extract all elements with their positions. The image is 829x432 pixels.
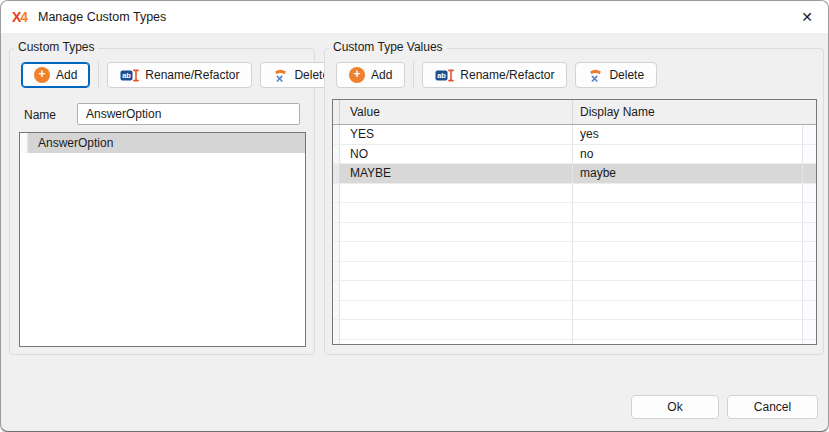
- list-item-label: AnswerOption: [28, 133, 305, 153]
- add-icon: +: [349, 67, 365, 83]
- cell-display-name: maybe: [572, 164, 802, 183]
- filler-cell: [802, 281, 816, 300]
- toolbar-separator: [98, 62, 99, 88]
- rename-icon: ab: [120, 68, 139, 83]
- table-row-empty[interactable]: [333, 242, 816, 262]
- table-row-empty[interactable]: [333, 184, 816, 204]
- cell-value: [340, 223, 572, 242]
- cell-value: [340, 262, 572, 281]
- rename-value-button[interactable]: ab Rename/Refactor: [422, 62, 567, 88]
- values-table-body: YESyesNOnoMAYBEmaybe: [333, 125, 816, 345]
- table-row-empty[interactable]: [333, 301, 816, 321]
- rename-button-label: Rename/Refactor: [460, 68, 554, 82]
- delete-icon: [588, 67, 603, 83]
- row-header-strip: [333, 242, 340, 261]
- add-icon: +: [34, 67, 50, 83]
- column-header-value[interactable]: Value: [340, 100, 572, 124]
- table-row-empty[interactable]: [333, 262, 816, 282]
- x4-logo-icon: X4: [12, 1, 27, 33]
- row-header-strip: [333, 320, 340, 339]
- cell-value: [340, 242, 572, 261]
- cell-value: [340, 340, 572, 346]
- cell-value: [340, 301, 572, 320]
- rename-type-button[interactable]: ab Rename/Refactor: [107, 62, 252, 88]
- add-value-button[interactable]: + Add: [336, 62, 405, 88]
- add-type-button[interactable]: + Add: [21, 62, 90, 88]
- cell-display-name: no: [572, 145, 802, 164]
- filler-cell: [802, 164, 816, 183]
- filler-cell: [802, 203, 816, 222]
- row-header-strip: [333, 223, 340, 242]
- row-header-strip: [333, 340, 340, 346]
- cell-display-name: [572, 340, 802, 346]
- close-icon[interactable]: ✕: [793, 5, 821, 29]
- table-row[interactable]: NOno: [333, 145, 816, 165]
- custom-types-list[interactable]: AnswerOption: [19, 132, 306, 347]
- cell-display-name: [572, 281, 802, 300]
- cell-display-name: [572, 320, 802, 339]
- cell-value: MAYBE: [340, 164, 572, 183]
- ok-button[interactable]: Ok: [631, 395, 719, 419]
- svg-text:ab: ab: [123, 71, 132, 80]
- filler-cell: [802, 223, 816, 242]
- custom-type-values-toolbar: + Add ab Rename/Refactor Delete: [336, 62, 657, 88]
- row-header-strip: [333, 164, 340, 183]
- row-header-strip: [333, 100, 340, 124]
- cell-display-name: yes: [572, 125, 802, 144]
- column-header-display-name[interactable]: Display Name: [572, 100, 816, 124]
- row-header-strip: [333, 145, 340, 164]
- table-row-empty[interactable]: [333, 340, 816, 346]
- rename-button-label: Rename/Refactor: [145, 68, 239, 82]
- cell-display-name: [572, 242, 802, 261]
- cancel-button[interactable]: Cancel: [727, 395, 818, 419]
- name-label: Name: [24, 108, 56, 122]
- rename-icon: ab: [435, 68, 454, 83]
- filler-cell: [802, 125, 816, 144]
- cell-display-name: [572, 262, 802, 281]
- custom-types-group-title: Custom Types: [14, 40, 98, 54]
- add-button-label: Add: [371, 68, 392, 82]
- cell-display-name: [572, 184, 802, 203]
- filler-cell: [802, 184, 816, 203]
- name-input[interactable]: [77, 103, 300, 125]
- custom-type-values-group-title: Custom Type Values: [329, 40, 447, 54]
- row-header-strip: [20, 133, 28, 153]
- table-row-empty[interactable]: [333, 203, 816, 223]
- cell-display-name: [572, 301, 802, 320]
- row-header-strip: [333, 301, 340, 320]
- filler-cell: [802, 242, 816, 261]
- delete-icon: [273, 67, 288, 83]
- toolbar-separator: [413, 62, 414, 88]
- filler-cell: [802, 262, 816, 281]
- row-header-strip: [333, 184, 340, 203]
- list-item[interactable]: AnswerOption: [20, 133, 305, 153]
- cell-value: [340, 203, 572, 222]
- custom-types-toolbar: + Add ab Rename/Refactor Delete: [21, 62, 342, 88]
- table-row-empty[interactable]: [333, 320, 816, 340]
- cell-value: [340, 320, 572, 339]
- table-row-empty[interactable]: [333, 281, 816, 301]
- values-table: Value Display Name YESyesNOnoMAYBEmaybe: [332, 99, 817, 345]
- row-header-strip: [333, 281, 340, 300]
- row-header-strip: [333, 125, 340, 144]
- filler-cell: [802, 301, 816, 320]
- cell-value: [340, 184, 572, 203]
- row-header-strip: [333, 262, 340, 281]
- table-row[interactable]: YESyes: [333, 125, 816, 145]
- add-button-label: Add: [56, 68, 77, 82]
- filler-cell: [802, 145, 816, 164]
- window-title: Manage Custom Types: [38, 1, 166, 33]
- table-row[interactable]: MAYBEmaybe: [333, 164, 816, 184]
- cell-display-name: [572, 203, 802, 222]
- cell-value: [340, 281, 572, 300]
- cell-display-name: [572, 223, 802, 242]
- delete-value-button[interactable]: Delete: [575, 62, 657, 88]
- table-row-empty[interactable]: [333, 223, 816, 243]
- filler-cell: [802, 340, 816, 346]
- delete-button-label: Delete: [609, 68, 644, 82]
- svg-text:ab: ab: [438, 71, 447, 80]
- custom-types-groupbox: Custom Types + Add ab Rename/Refactor: [9, 48, 315, 355]
- values-table-header: Value Display Name: [333, 100, 816, 125]
- manage-custom-types-dialog: X4 Manage Custom Types ✕ Custom Types + …: [0, 0, 829, 432]
- titlebar: X4 Manage Custom Types ✕: [1, 1, 828, 33]
